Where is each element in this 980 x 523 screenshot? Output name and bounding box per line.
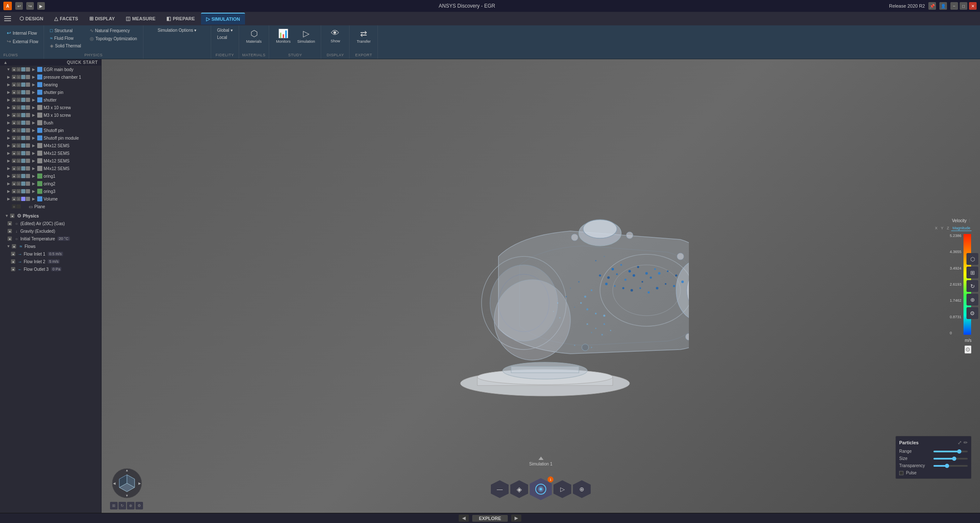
tree-item-flow-inlet1[interactable]: ● → Flow Inlet 1 0.5 m/s [0,250,101,258]
tree-item-shutter-pin[interactable]: ▶ ● ○ ▶ shutter pin [0,88,101,96]
right-icon-cube[interactable]: ⬡ [966,253,978,265]
minimize-btn[interactable]: − [950,2,958,10]
tree-item-pressure[interactable]: ▶ ● ○ ▶ pressure chamber 1 [0,73,101,81]
subtoggle-m4sems2[interactable]: ▶ [31,151,36,156]
hex-btn-4[interactable]: ▷ [553,480,571,498]
tree-item-flow-outlet[interactable]: ● ← Flow Outlet 3 0 Pa [0,265,101,273]
right-icon-layers[interactable]: ⊞ [966,267,978,278]
explore-next-btn[interactable]: ▶ [511,515,521,522]
pin-btn[interactable]: 📌 [928,2,936,10]
title-redo-btn[interactable]: ↪ [26,2,34,10]
external-flow-btn[interactable]: ↪ External Flow [3,37,42,46]
close-btn[interactable]: ✕ [969,2,977,10]
tab-display[interactable]: ⊞ DISPLAY [84,13,120,25]
hex-btn-1[interactable]: — [491,480,509,498]
tree-item-shutoff-module[interactable]: ▶ ● ○ ▶ Shutoff pin module [0,134,101,142]
tree-item-bearing[interactable]: ▶ ● ○ ▶ bearing [0,81,101,88]
subtoggle-oring1[interactable]: ▶ [31,173,36,179]
subtoggle-m3screw2[interactable]: ▶ [31,113,36,118]
tab-measure[interactable]: ◫ MEASURE [121,13,160,25]
transparency-thumb[interactable] [945,464,949,468]
hex-btn-2[interactable]: ◈ [510,480,528,498]
topology-opt-btn[interactable]: ◎ Topology Optimization [87,35,140,42]
cube-zoom-fit[interactable]: ⊞ [110,502,118,509]
toggle-oring1[interactable]: ▶ [6,173,11,179]
tree-item-flow-inlet2[interactable]: ● → Flow Inlet 2 5 m/s [0,258,101,265]
tab-facets[interactable]: △ FACETS [49,13,83,25]
toggle-m4sems1[interactable]: ▶ [6,143,11,148]
nav-cube[interactable]: ▲ ▼ ◀ ▶ ⊞ ↻ ⊕ ⚙ [110,466,144,500]
subtoggle-oring3[interactable]: ▶ [31,189,36,194]
tree-item-oring3[interactable]: ▶ ● ○ ▶ oring3 [0,187,101,195]
tree-item-volume[interactable]: ▶ ● ○ ▶ Volume [0,195,101,203]
legend-tab-magnitude[interactable]: Magnitude [951,226,972,231]
simulation-options-btn[interactable]: Simulation Options ▾ [155,27,199,33]
explore-prev-btn[interactable]: ◀ [459,515,469,522]
cube-settings[interactable]: ⚙ [135,502,143,509]
toggle-m4sems4[interactable]: ▶ [6,166,11,171]
tree-item-m4sems4[interactable]: ▶ ● ○ ▶ M4x12 SEMS [0,165,101,172]
title-forward-btn[interactable]: ▶ [37,2,45,10]
subtoggle-m3screw1[interactable]: ▶ [31,105,36,110]
tree-item-physics-root[interactable]: ▼ ● ⚙ Physics [0,212,101,220]
right-icon-reload[interactable]: ↻ [966,280,978,292]
subtoggle-m4sems1[interactable]: ▶ [31,143,36,148]
local-fidelity-btn[interactable]: Local [215,34,235,41]
fluid-flow-btn[interactable]: ≈ Fluid Flow [47,35,84,41]
tab-design[interactable]: ⬡ DESIGN [14,13,48,25]
structural-btn[interactable]: □ Structural [47,27,84,34]
maximize-btn[interactable]: □ [960,2,967,10]
tree-item-egr-main[interactable]: ▼ ● ○ ▶ EGR main body [0,66,101,73]
transparency-slider[interactable] [933,465,968,467]
collapse-tree-btn[interactable]: ▲ [3,60,8,65]
tree-item-shutoff-pin[interactable]: ▶ ● ○ ▶ Shutoff pin [0,127,101,134]
global-fidelity-btn[interactable]: Global ▾ [215,27,235,33]
subtoggle-egr[interactable]: ▶ [31,67,36,72]
tree-item-oring1[interactable]: ▶ ● ○ ▶ oring1 [0,172,101,180]
hamburger-menu[interactable] [2,13,14,25]
solid-thermal-btn[interactable]: ◈ Solid Thermal [47,42,84,50]
materials-btn[interactable]: ⬡ Materials [243,27,264,45]
subtoggle-shutter[interactable]: ▶ [31,97,36,102]
toggle-egr[interactable]: ▼ [6,67,11,72]
toggle-flows[interactable]: ▼ [6,244,11,249]
subtoggle-volume[interactable]: ▶ [31,196,36,201]
viewport[interactable]: Simulation 1 Velocity ⋮ X Y Z Magnitude … [102,59,980,513]
natural-freq-btn[interactable]: ∿ Natural Frequency [87,27,140,34]
toggle-pressure[interactable]: ▶ [6,74,11,80]
tree-item-bush[interactable]: ▶ ● ○ ▶ Bush [0,119,101,127]
toggle-m4sems3[interactable]: ▶ [6,158,11,163]
tree-item-oring2[interactable]: ▶ ● ○ ▶ oring2 [0,180,101,187]
pulse-checkbox[interactable] [899,471,903,475]
tree-item-init-temp[interactable]: ● ○ Initial Temperature 20 °C [0,235,101,242]
toggle-physics[interactable]: ▼ [4,213,9,218]
particles-resize-btn[interactable]: ⤢ [958,440,962,446]
cube-expand[interactable]: ⊕ [127,502,135,509]
subtoggle-m4sems3[interactable]: ▶ [31,158,36,163]
toggle-m3screw2[interactable]: ▶ [6,113,11,118]
toggle-bush[interactable]: ▶ [6,120,11,125]
toggle-shutoff-pin[interactable]: ▶ [6,128,11,133]
monitors-btn[interactable]: 📊 Monitors [273,27,294,52]
toggle-oring3[interactable]: ▶ [6,189,11,194]
user-btn[interactable]: 👤 [939,2,947,10]
size-slider[interactable] [933,458,968,460]
toggle-shutter-pin[interactable]: ▶ [6,90,11,95]
tree-item-air-gas[interactable]: ● ○ (Edited) Air (20C) (Gas) [0,220,101,227]
tree-item-m3screw2[interactable]: ▶ ● ○ ▶ M3 x 10 screw [0,111,101,119]
transfer-btn[interactable]: ⇄ Transfer [353,27,374,45]
tree-item-plane[interactable]: ▶ ○ ▶ ▭ Plane [0,203,101,210]
legend-settings-btn[interactable]: ⚙ [964,345,972,354]
tree-item-m4sems1[interactable]: ▶ ● ○ ▶ M4x12 SEMS [0,142,101,149]
subtoggle-shutter-pin[interactable]: ▶ [31,90,36,95]
tree-item-shutter[interactable]: ▶ ● ○ ▶ shutter [0,96,101,104]
cube-rotate[interactable]: ↻ [118,502,126,509]
toggle-m4sems2[interactable]: ▶ [6,151,11,156]
subtoggle-bush[interactable]: ▶ [31,120,36,125]
tree-item-m4sems2[interactable]: ▶ ● ○ ▶ M4x12 SEMS [0,149,101,157]
right-icon-zoom[interactable]: ⊕ [966,294,978,306]
simulation-btn[interactable]: ▷ Simulation [295,27,317,52]
toggle-oring2[interactable]: ▶ [6,181,11,186]
right-icon-settings[interactable]: ⚙ [966,307,978,319]
legend-menu-icon[interactable]: ⋮ [968,219,972,223]
